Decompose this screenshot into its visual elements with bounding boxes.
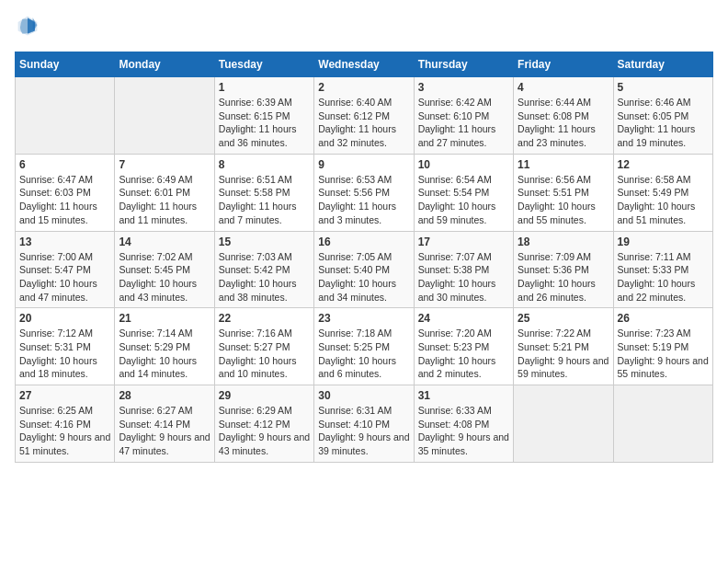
day-number: 18 [518, 236, 609, 248]
day-info: Sunrise: 7:09 AMSunset: 5:36 PMDaylight:… [518, 250, 609, 304]
calendar-table: SundayMondayTuesdayWednesdayThursdayFrid… [15, 52, 713, 463]
day-cell: 21Sunrise: 7:14 AMSunset: 5:29 PMDayligh… [115, 308, 214, 385]
calendar-header: SundayMondayTuesdayWednesdayThursdayFrid… [16, 52, 713, 77]
day-info: Sunrise: 6:40 AMSunset: 6:12 PMDaylight:… [318, 96, 409, 150]
week-row-0: 1Sunrise: 6:39 AMSunset: 6:15 PMDaylight… [16, 77, 713, 155]
logo-icon [17, 15, 39, 37]
day-cell: 6Sunrise: 6:47 AMSunset: 6:03 PMDaylight… [16, 154, 115, 231]
day-number: 22 [219, 312, 310, 325]
day-cell: 17Sunrise: 7:07 AMSunset: 5:38 PMDayligh… [414, 231, 513, 308]
day-number: 30 [318, 389, 409, 402]
day-cell [115, 77, 214, 155]
logo [15, 15, 39, 40]
day-info: Sunrise: 6:56 AMSunset: 5:51 PMDaylight:… [518, 173, 609, 227]
day-info: Sunrise: 7:00 AMSunset: 5:47 PMDaylight:… [19, 250, 110, 304]
day-info: Sunrise: 7:14 AMSunset: 5:29 PMDaylight:… [119, 327, 210, 381]
day-cell: 3Sunrise: 6:42 AMSunset: 6:10 PMDaylight… [414, 77, 513, 155]
day-info: Sunrise: 7:20 AMSunset: 5:23 PMDaylight:… [418, 327, 509, 381]
day-cell: 23Sunrise: 7:18 AMSunset: 5:25 PMDayligh… [314, 308, 414, 385]
day-number: 27 [19, 389, 110, 402]
day-cell: 16Sunrise: 7:05 AMSunset: 5:40 PMDayligh… [314, 231, 414, 308]
day-number: 1 [219, 81, 310, 94]
day-info: Sunrise: 6:47 AMSunset: 6:03 PMDaylight:… [19, 173, 110, 227]
day-info: Sunrise: 7:11 AMSunset: 5:33 PMDaylight:… [618, 250, 709, 304]
day-info: Sunrise: 7:16 AMSunset: 5:27 PMDaylight:… [219, 327, 310, 381]
day-cell: 19Sunrise: 7:11 AMSunset: 5:33 PMDayligh… [613, 231, 712, 308]
day-info: Sunrise: 7:18 AMSunset: 5:25 PMDaylight:… [318, 327, 409, 381]
day-number: 6 [19, 158, 110, 171]
day-number: 29 [219, 389, 310, 402]
day-number: 20 [19, 312, 110, 325]
day-number: 14 [119, 236, 210, 248]
day-cell: 30Sunrise: 6:31 AMSunset: 4:10 PMDayligh… [314, 385, 414, 463]
day-cell: 4Sunrise: 6:44 AMSunset: 6:08 PMDaylight… [514, 77, 613, 155]
week-row-1: 6Sunrise: 6:47 AMSunset: 6:03 PMDaylight… [16, 154, 713, 231]
day-cell: 24Sunrise: 7:20 AMSunset: 5:23 PMDayligh… [414, 308, 513, 385]
day-cell: 10Sunrise: 6:54 AMSunset: 5:54 PMDayligh… [414, 154, 513, 231]
day-info: Sunrise: 7:23 AMSunset: 5:19 PMDaylight:… [618, 327, 709, 381]
day-cell: 18Sunrise: 7:09 AMSunset: 5:36 PMDayligh… [514, 231, 613, 308]
header-cell-friday: Friday [514, 52, 613, 77]
day-info: Sunrise: 6:51 AMSunset: 5:58 PMDaylight:… [219, 173, 310, 227]
page-header [15, 15, 713, 40]
day-info: Sunrise: 6:27 AMSunset: 4:14 PMDaylight:… [119, 404, 210, 458]
day-cell: 25Sunrise: 7:22 AMSunset: 5:21 PMDayligh… [514, 308, 613, 385]
day-info: Sunrise: 6:54 AMSunset: 5:54 PMDaylight:… [418, 173, 509, 227]
day-number: 23 [318, 312, 409, 325]
week-row-2: 13Sunrise: 7:00 AMSunset: 5:47 PMDayligh… [16, 231, 713, 308]
day-cell: 7Sunrise: 6:49 AMSunset: 6:01 PMDaylight… [115, 154, 214, 231]
day-cell: 8Sunrise: 6:51 AMSunset: 5:58 PMDaylight… [214, 154, 313, 231]
header-cell-saturday: Saturday [613, 52, 712, 77]
day-info: Sunrise: 6:39 AMSunset: 6:15 PMDaylight:… [219, 96, 310, 150]
day-cell: 22Sunrise: 7:16 AMSunset: 5:27 PMDayligh… [214, 308, 313, 385]
day-number: 13 [19, 236, 110, 248]
day-number: 16 [318, 236, 409, 248]
day-info: Sunrise: 7:07 AMSunset: 5:38 PMDaylight:… [418, 250, 509, 304]
header-row: SundayMondayTuesdayWednesdayThursdayFrid… [16, 52, 713, 77]
day-info: Sunrise: 6:31 AMSunset: 4:10 PMDaylight:… [318, 404, 409, 458]
day-number: 17 [418, 236, 509, 248]
day-number: 7 [119, 158, 210, 171]
day-info: Sunrise: 6:25 AMSunset: 4:16 PMDaylight:… [19, 404, 110, 458]
day-cell: 1Sunrise: 6:39 AMSunset: 6:15 PMDaylight… [214, 77, 313, 155]
day-number: 24 [418, 312, 509, 325]
day-number: 31 [418, 389, 509, 402]
day-number: 10 [418, 158, 509, 171]
day-cell: 29Sunrise: 6:29 AMSunset: 4:12 PMDayligh… [214, 385, 313, 463]
day-cell: 26Sunrise: 7:23 AMSunset: 5:19 PMDayligh… [613, 308, 712, 385]
day-info: Sunrise: 6:46 AMSunset: 6:05 PMDaylight:… [618, 96, 709, 150]
day-info: Sunrise: 7:02 AMSunset: 5:45 PMDaylight:… [119, 250, 210, 304]
header-cell-tuesday: Tuesday [214, 52, 313, 77]
day-number: 12 [618, 158, 709, 171]
day-number: 9 [318, 158, 409, 171]
day-number: 3 [418, 81, 509, 94]
week-row-3: 20Sunrise: 7:12 AMSunset: 5:31 PMDayligh… [16, 308, 713, 385]
day-number: 5 [618, 81, 709, 94]
calendar-body: 1Sunrise: 6:39 AMSunset: 6:15 PMDaylight… [16, 77, 713, 463]
day-cell: 12Sunrise: 6:58 AMSunset: 5:49 PMDayligh… [613, 154, 712, 231]
day-cell: 15Sunrise: 7:03 AMSunset: 5:42 PMDayligh… [214, 231, 313, 308]
day-number: 8 [219, 158, 310, 171]
day-number: 26 [618, 312, 709, 325]
day-cell [613, 385, 712, 463]
header-cell-sunday: Sunday [16, 52, 115, 77]
day-number: 25 [518, 312, 609, 325]
day-cell: 11Sunrise: 6:56 AMSunset: 5:51 PMDayligh… [514, 154, 613, 231]
day-number: 19 [618, 236, 709, 248]
day-number: 11 [518, 158, 609, 171]
day-cell [16, 77, 115, 155]
day-cell: 13Sunrise: 7:00 AMSunset: 5:47 PMDayligh… [16, 231, 115, 308]
day-cell: 20Sunrise: 7:12 AMSunset: 5:31 PMDayligh… [16, 308, 115, 385]
day-cell: 31Sunrise: 6:33 AMSunset: 4:08 PMDayligh… [414, 385, 513, 463]
header-cell-wednesday: Wednesday [314, 52, 414, 77]
day-info: Sunrise: 7:05 AMSunset: 5:40 PMDaylight:… [318, 250, 409, 304]
day-cell [514, 385, 613, 463]
week-row-4: 27Sunrise: 6:25 AMSunset: 4:16 PMDayligh… [16, 385, 713, 463]
day-info: Sunrise: 6:29 AMSunset: 4:12 PMDaylight:… [219, 404, 310, 458]
day-info: Sunrise: 6:58 AMSunset: 5:49 PMDaylight:… [618, 173, 709, 227]
day-cell: 2Sunrise: 6:40 AMSunset: 6:12 PMDaylight… [314, 77, 414, 155]
day-info: Sunrise: 6:49 AMSunset: 6:01 PMDaylight:… [119, 173, 210, 227]
day-cell: 5Sunrise: 6:46 AMSunset: 6:05 PMDaylight… [613, 77, 712, 155]
day-cell: 9Sunrise: 6:53 AMSunset: 5:56 PMDaylight… [314, 154, 414, 231]
day-number: 4 [518, 81, 609, 94]
